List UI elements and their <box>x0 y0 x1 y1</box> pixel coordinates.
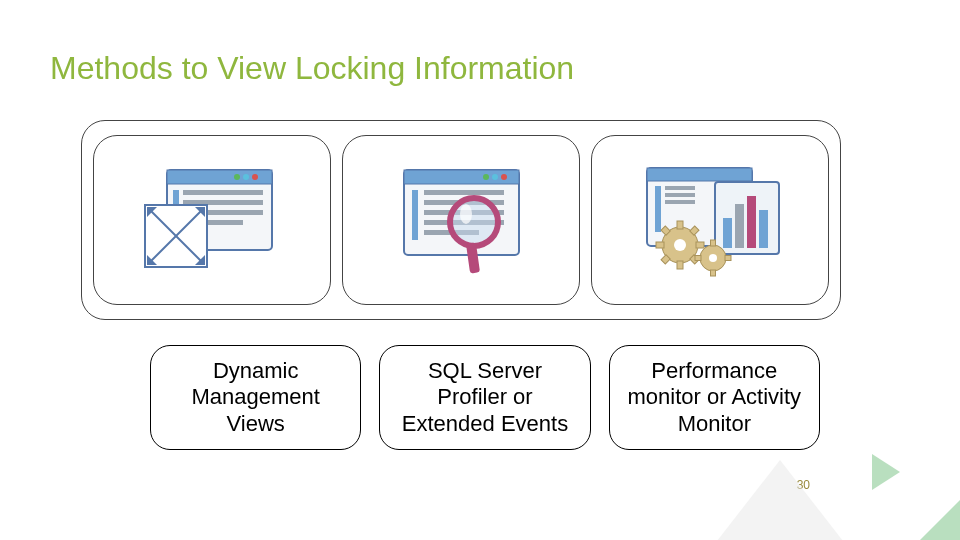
svg-point-4 <box>234 174 240 180</box>
label-dmv: Dynamic Management Views <box>150 345 361 450</box>
svg-rect-46 <box>656 242 664 248</box>
svg-rect-35 <box>665 193 695 197</box>
svg-rect-40 <box>747 196 756 248</box>
svg-rect-47 <box>696 242 704 248</box>
profiler-magnifier-icon <box>386 160 536 280</box>
decorative-triangle-grey <box>710 460 850 540</box>
svg-rect-22 <box>412 190 418 240</box>
label-row: Dynamic Management Views SQL Server Prof… <box>150 345 820 450</box>
svg-rect-23 <box>424 190 504 195</box>
icon-row-container <box>81 120 841 320</box>
label-perfmon: Performance monitor or Activity Monitor <box>609 345 820 450</box>
svg-rect-39 <box>735 204 744 248</box>
icon-box-perfmon <box>591 135 829 305</box>
label-profiler: SQL Server Profiler or Extended Events <box>379 345 590 450</box>
decorative-arrow-icon <box>800 380 960 540</box>
svg-rect-55 <box>711 270 716 276</box>
page-number: 30 <box>797 478 810 492</box>
svg-rect-41 <box>759 210 768 248</box>
svg-rect-44 <box>677 221 683 229</box>
slide-title: Methods to View Locking Information <box>50 50 574 87</box>
svg-point-19 <box>501 174 507 180</box>
svg-rect-32 <box>647 168 752 181</box>
svg-rect-33 <box>655 186 661 232</box>
svg-rect-54 <box>711 240 716 246</box>
perfmon-chart-gear-icon <box>635 160 785 280</box>
svg-rect-57 <box>725 256 731 261</box>
svg-point-28 <box>450 198 498 246</box>
svg-point-53 <box>709 254 717 262</box>
svg-point-2 <box>252 174 258 180</box>
svg-rect-38 <box>723 218 732 248</box>
svg-rect-56 <box>695 256 701 261</box>
icon-box-profiler <box>342 135 580 305</box>
icon-box-dmv <box>93 135 331 305</box>
svg-point-21 <box>483 174 489 180</box>
svg-point-3 <box>243 174 249 180</box>
svg-rect-45 <box>677 261 683 269</box>
dmv-window-icon <box>137 160 287 280</box>
svg-rect-36 <box>665 200 695 204</box>
svg-point-30 <box>460 204 472 224</box>
svg-point-43 <box>674 239 686 251</box>
slide: Methods to View Locking Information <box>0 0 960 540</box>
svg-rect-34 <box>665 186 695 190</box>
svg-rect-5 <box>183 190 263 195</box>
svg-point-20 <box>492 174 498 180</box>
